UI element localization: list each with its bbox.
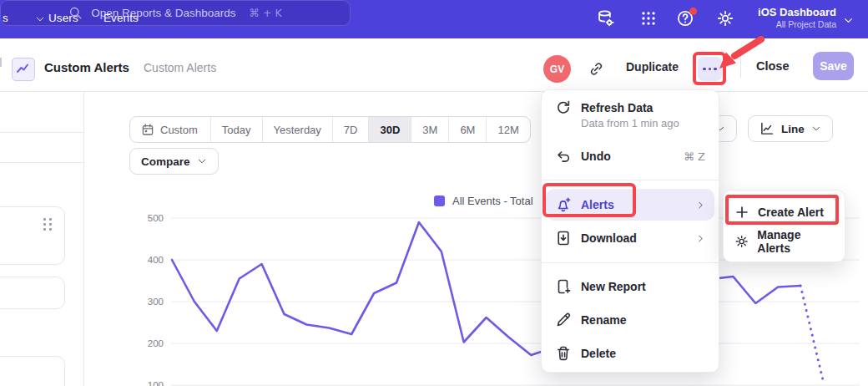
project-name: iOS Dashboard [734,5,836,19]
download-icon [555,230,572,246]
gear-icon[interactable] [716,9,734,28]
clipped-element [0,58,2,67]
menu-item-label: Undo [581,150,611,163]
refresh-icon [555,99,572,116]
submenu-item-manage-alerts[interactable]: Manage Alerts [724,226,845,256]
menu-item-subtext: Data from 1 min ago [581,117,714,130]
date-range-selector: CustomTodayYesterday7D30D3M6M12M [129,116,531,143]
menu-item-label: Rename [581,313,626,327]
annotation-box-alerts [542,183,636,217]
range-label: Custom [160,124,198,136]
menu-item-label: Download [581,231,637,245]
chevron-down-icon [197,156,207,166]
sidebar-card[interactable] [0,277,65,309]
y-axis-tick-label: 300 [148,297,164,307]
calendar-icon [141,123,154,136]
annotation-box-create-alert [725,195,839,225]
page-title: Custom Alerts [44,60,129,74]
range-label: Today [222,124,251,136]
menu-item-label: Refresh Data [581,101,653,114]
range-label: Yesterday [274,124,321,136]
menu-item-undo[interactable]: Undo⌘ Z [546,141,714,171]
sidebar-divider [0,162,83,163]
range-label: 12M [497,124,518,136]
y-axis-tick-label: 500 [148,213,164,223]
breadcrumb: Custom Alerts [144,61,216,74]
y-axis-tick-label: 200 [148,338,164,348]
chevron-right-icon [696,234,705,243]
range-custom[interactable]: Custom [130,117,210,142]
search-shortcut: ⌘ + K [250,7,282,19]
menu-item-new-report[interactable]: New Report [546,272,714,302]
trash-icon [555,345,572,362]
menu-item-refresh[interactable]: Refresh Data [546,97,714,119]
range-yesterday[interactable]: Yesterday [262,117,332,142]
submenu-item-label: Manage Alerts [757,228,834,255]
project-subtitle: All Project Data [734,19,836,30]
panel-divider [83,92,84,386]
report-type-icon [12,58,35,81]
compare-button[interactable]: Compare [129,148,219,175]
legend-label: All Events - Total [452,195,533,207]
nav-item-partial[interactable]: s [3,12,8,24]
avatar[interactable]: GV [543,55,571,83]
line-chart-icon [760,121,775,136]
notification-dot [689,8,697,15]
report-options-menu: Refresh DataData from 1 min agoUndo⌘ ZAl… [541,89,719,373]
range-today[interactable]: Today [210,117,262,142]
y-axis-tick-label: 400 [148,255,164,265]
menu-item-label: New Report [581,280,646,293]
range-3m[interactable]: 3M [411,117,448,142]
y-axis-tick-label: 100 [148,380,164,386]
legend-swatch [434,196,445,206]
chevron-down-icon [843,15,854,26]
share-link-icon[interactable] [588,61,604,77]
range-label: 30D [380,124,400,136]
gear-icon [734,234,749,249]
range-12m[interactable]: 12M [486,117,529,142]
save-button[interactable]: Save [813,52,854,80]
menu-item-rename[interactable]: Rename [546,305,714,335]
drag-handle-icon[interactable] [43,218,52,231]
project-switcher[interactable]: iOS Dashboard All Project Data [734,5,836,30]
chart-legend[interactable]: All Events - Total [434,195,533,207]
apps-grid-icon[interactable] [639,9,658,28]
menu-item-label: Delete [581,347,616,360]
sidebar-divider [0,132,83,133]
sidebar-card[interactable] [0,206,65,265]
chart-type-label: Line [781,123,805,135]
range-label: 3M [422,124,437,136]
nav-item-users[interactable]: Users [48,12,78,24]
undo-icon [555,148,572,165]
top-navigation-bar: s Users Events Open Reports & Dashboards… [0,0,868,38]
compare-label: Compare [141,155,190,168]
file-plus-icon [555,278,572,295]
pencil-icon [555,312,572,328]
chevron-right-icon [696,201,705,210]
menu-separator [542,262,719,263]
range-6m[interactable]: 6M [448,117,486,142]
menu-item-download[interactable]: Download [546,222,714,254]
menu-item-delete[interactable]: Delete [546,338,714,368]
chevron-down-icon [811,124,821,134]
annotation-arrow [697,35,780,75]
duplicate-button[interactable]: Duplicate [626,60,679,74]
range-7d[interactable]: 7D [332,117,369,142]
sidebar-card[interactable] [0,356,65,386]
range-label: 7D [344,124,358,136]
line-series-projected-dotted [800,286,823,380]
menu-separator [542,180,719,180]
chevron-down-icon [35,14,45,24]
data-icon[interactable] [596,9,614,28]
menu-shortcut: ⌘ Z [684,150,705,163]
nav-item-events[interactable]: Events [103,12,139,24]
range-30d[interactable]: 30D [368,117,411,142]
range-label: 6M [460,124,475,136]
chart-type-button[interactable]: Line [748,115,833,142]
